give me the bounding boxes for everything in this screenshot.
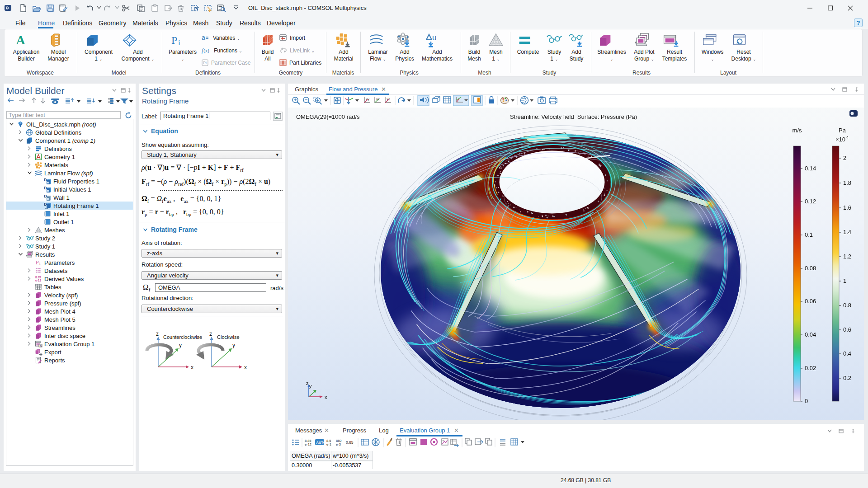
svg-text:y: y xyxy=(309,383,312,389)
svg-text:1.4: 1.4 xyxy=(843,229,851,235)
svg-text:0.06: 0.06 xyxy=(805,298,816,305)
svg-text:D: D xyxy=(44,178,47,182)
svg-text:0.4: 0.4 xyxy=(843,350,851,357)
svg-text:xz: xz xyxy=(387,97,390,101)
svg-text:m/s: m/s xyxy=(793,127,802,134)
svg-text:i: i xyxy=(39,261,41,266)
svg-text:0.2: 0.2 xyxy=(843,375,851,381)
svg-text:x: x xyxy=(325,394,327,400)
svg-text:P: P xyxy=(36,259,39,266)
svg-text:a: a xyxy=(202,34,205,41)
svg-text:x: x xyxy=(244,364,247,371)
svg-text:e-12: e-12 xyxy=(305,442,311,446)
svg-text:A: A xyxy=(16,33,26,47)
svg-text:0.12: 0.12 xyxy=(805,198,816,205)
svg-text:e-12: e-12 xyxy=(35,279,41,282)
svg-text:P: P xyxy=(171,34,177,46)
svg-text:u: u xyxy=(432,33,436,42)
svg-text:1: 1 xyxy=(843,277,846,284)
svg-text:0.02: 0.02 xyxy=(805,365,816,371)
svg-text:0.6: 0.6 xyxy=(843,326,851,333)
svg-text:0.8: 0.8 xyxy=(843,302,851,309)
svg-text:D: D xyxy=(44,202,47,206)
svg-text:x: x xyxy=(191,364,193,371)
svg-text:e-1: e-1 xyxy=(326,442,331,446)
svg-text:y: y xyxy=(232,342,235,348)
svg-text:0.14: 0.14 xyxy=(805,165,816,172)
svg-text:y: y xyxy=(179,342,182,348)
svg-text:AUTO: AUTO xyxy=(316,441,326,445)
svg-text:0.04: 0.04 xyxy=(805,331,816,338)
svg-text:Pi: Pi xyxy=(203,61,207,65)
svg-text:1.8: 1.8 xyxy=(843,179,851,186)
svg-text:2: 2 xyxy=(843,155,846,161)
svg-text:z: z xyxy=(209,331,212,337)
svg-text:D: D xyxy=(44,194,47,198)
svg-text:0: 0 xyxy=(805,398,808,404)
svg-text:z: z xyxy=(156,331,159,337)
svg-text:yz: yz xyxy=(376,97,380,101)
svg-text:xy: xy xyxy=(366,97,369,101)
svg-text:e-3: e-3 xyxy=(336,442,341,446)
svg-text:81: 81 xyxy=(40,344,42,347)
svg-text:z: z xyxy=(306,380,309,386)
svg-text:×10: ×10 xyxy=(835,136,845,143)
svg-text:Pa: Pa xyxy=(839,127,846,134)
svg-text:4: 4 xyxy=(846,135,849,140)
svg-text:Counterclockwise: Counterclockwise xyxy=(163,334,202,340)
svg-text:(x): (x) xyxy=(203,48,209,53)
svg-text:i: i xyxy=(178,38,180,47)
svg-text:1.6: 1.6 xyxy=(843,204,851,211)
svg-text:D: D xyxy=(44,186,47,190)
svg-text:0.08: 0.08 xyxy=(805,265,816,272)
svg-text:0.85: 0.85 xyxy=(346,440,354,445)
svg-text:1.2: 1.2 xyxy=(843,253,851,260)
svg-text:Clockwise: Clockwise xyxy=(217,334,240,340)
svg-text:8.85: 8.85 xyxy=(35,276,41,279)
svg-text:0.1: 0.1 xyxy=(805,231,813,238)
